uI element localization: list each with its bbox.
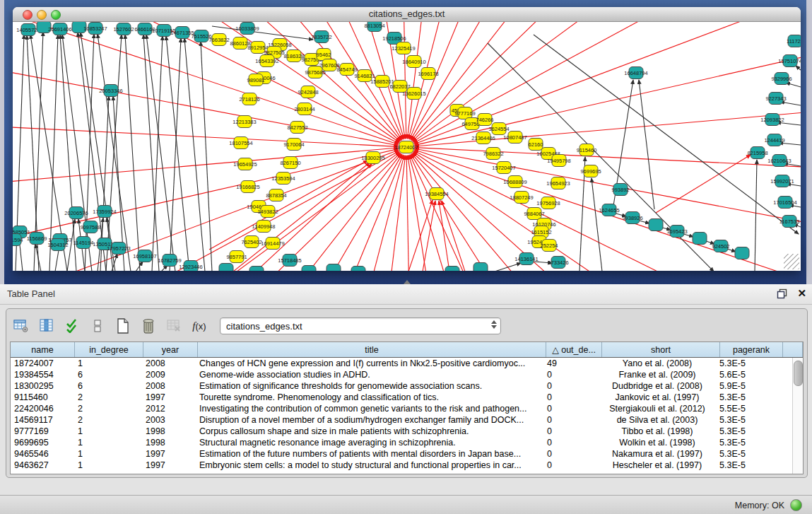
table-scrollbar[interactable] bbox=[792, 358, 803, 474]
graph-node-label: 16914479 bbox=[261, 240, 284, 247]
splitter-collapse-handle[interactable] bbox=[404, 280, 411, 284]
graph-node[interactable] bbox=[326, 264, 341, 271]
graph-node-label: 7625402 bbox=[241, 239, 261, 245]
cell-year: 1997 bbox=[142, 449, 196, 459]
graph-edge-black[interactable] bbox=[777, 122, 801, 125]
memory-indicator-light[interactable] bbox=[790, 499, 802, 511]
cell-out_de...: 0 bbox=[543, 449, 599, 459]
graph-edge-red[interactable] bbox=[408, 22, 620, 139]
graph-node[interactable] bbox=[693, 233, 707, 245]
select-rows-icon[interactable] bbox=[63, 317, 81, 335]
graph-edge-red[interactable] bbox=[442, 201, 465, 271]
graph-node-label: 989081 bbox=[247, 77, 264, 83]
graph-node[interactable] bbox=[249, 267, 264, 271]
graph-edge-black[interactable] bbox=[592, 178, 602, 271]
graph-node[interactable] bbox=[473, 263, 488, 271]
graph-node[interactable] bbox=[219, 264, 233, 271]
new-column-icon[interactable] bbox=[114, 317, 132, 335]
table-row[interactable]: 977716911998Corpus callosum shape and si… bbox=[11, 426, 793, 437]
graph-node-label: 16958107 bbox=[133, 253, 156, 259]
column-header-in_degree[interactable]: in_degree bbox=[75, 342, 143, 357]
float-window-icon[interactable] bbox=[777, 288, 787, 299]
cell-title: Investigating the contribution of common… bbox=[196, 404, 543, 414]
graph-edge-black[interactable] bbox=[534, 35, 799, 234]
graph-edge-red[interactable] bbox=[192, 156, 404, 271]
graph-edge-black[interactable] bbox=[755, 160, 757, 271]
column-header-short[interactable]: short bbox=[602, 342, 720, 357]
table-row[interactable]: 946362711997Embryonic stem cells: a mode… bbox=[11, 460, 793, 471]
graph-edge-red[interactable] bbox=[233, 163, 370, 271]
graph-edge-black[interactable] bbox=[495, 263, 521, 271]
graph-node-label: 16782759 bbox=[158, 257, 181, 264]
column-header-title[interactable]: title bbox=[198, 342, 546, 357]
graph-edge-black[interactable] bbox=[143, 35, 159, 271]
graph-node[interactable] bbox=[445, 267, 459, 271]
cell-year: 2012 bbox=[142, 404, 196, 414]
cell-short: Tibbo et al. (1998) bbox=[599, 426, 716, 436]
graph-node[interactable] bbox=[302, 266, 316, 271]
table-row[interactable]: 1456911722003Disruption of a novel membe… bbox=[11, 414, 793, 426]
graph-node-label: 6822037 bbox=[389, 83, 410, 90]
graph-edge-black[interactable] bbox=[106, 35, 122, 271]
graph-edge-black[interactable] bbox=[201, 42, 212, 271]
table-scrollbar-thumb[interactable] bbox=[794, 361, 803, 386]
table-row[interactable]: 969969511998Structural magnetic resonanc… bbox=[11, 437, 793, 448]
graph-node-label: 18300295 bbox=[361, 155, 384, 161]
table-selector-dropdown[interactable]: citations_edges.txt bbox=[220, 317, 501, 334]
cell-out_de...: 0 bbox=[543, 460, 599, 470]
table-row[interactable]: 1830029562008Estimation of significance … bbox=[11, 380, 793, 392]
row-mode-icon[interactable] bbox=[88, 317, 107, 335]
graph-node[interactable] bbox=[351, 267, 365, 271]
graph-edge-black[interactable] bbox=[35, 244, 41, 271]
cell-pagerank: 5.5E-5 bbox=[716, 404, 778, 414]
graph-edge-black[interactable] bbox=[170, 38, 181, 271]
table-row[interactable]: 1872400712008Changes of HCN gene express… bbox=[11, 358, 793, 369]
graph-edge-black[interactable] bbox=[81, 33, 115, 271]
graph-edge-red[interactable] bbox=[656, 155, 751, 213]
graph-edge-black[interactable] bbox=[125, 35, 140, 271]
network-canvas[interactable]: 1405572420691406108532471527602646616010… bbox=[13, 22, 801, 271]
delete-table-icon[interactable] bbox=[165, 317, 183, 335]
graph-edge-red[interactable] bbox=[408, 156, 537, 271]
graph-node-label: 17016504 bbox=[773, 199, 796, 206]
close-panel-icon[interactable]: ✕ bbox=[797, 288, 806, 299]
graph-node-label: 2803144 bbox=[294, 106, 314, 112]
graph-node[interactable] bbox=[735, 247, 749, 259]
resize-grip[interactable] bbox=[784, 254, 799, 269]
status-bar: Memory: OK bbox=[0, 495, 812, 514]
column-header-name[interactable]: name bbox=[11, 342, 75, 357]
table-row[interactable]: 1938455462009Genome-wide association stu… bbox=[11, 369, 793, 380]
network-graph[interactable]: 1405572420691406108532471527602646616010… bbox=[13, 22, 801, 271]
cell-name: 9699695 bbox=[11, 438, 74, 448]
graph-node-label: 924502 bbox=[712, 243, 729, 250]
graph-edge-black[interactable] bbox=[780, 102, 801, 105]
cell-out_de...: 0 bbox=[543, 415, 599, 425]
column-header-pagerank[interactable]: pagerank bbox=[720, 342, 783, 357]
network-view-window[interactable]: citations_edges.txt 14055724206914061085… bbox=[13, 7, 801, 271]
graph-edge-red[interactable] bbox=[306, 156, 405, 271]
graph-edge-red[interactable] bbox=[415, 148, 801, 189]
column-header-out_de...[interactable]: △ out_de... bbox=[546, 342, 602, 357]
cell-in_degree: 1 bbox=[74, 438, 142, 448]
graph-node-label: 1615152 bbox=[531, 229, 551, 235]
graph-edge-black[interactable] bbox=[796, 66, 801, 70]
column-header-year[interactable]: year bbox=[143, 342, 198, 357]
graph-node[interactable] bbox=[649, 219, 663, 231]
delete-column-icon[interactable] bbox=[139, 317, 158, 335]
cell-out_de...: 0 bbox=[543, 426, 599, 436]
column-header-filler[interactable] bbox=[783, 342, 803, 357]
cell-title: Tourette syndrome. Phenomenology and cla… bbox=[196, 392, 543, 402]
table-row[interactable]: 946554611997Estimation of the future num… bbox=[11, 448, 793, 460]
node-table: namein_degreeyeartitle△ out_de...shortpa… bbox=[10, 341, 804, 474]
show-columns-icon[interactable] bbox=[37, 317, 56, 335]
table-options-icon[interactable] bbox=[12, 317, 30, 335]
graph-node-label: 2718126 bbox=[239, 96, 259, 103]
network-window-titlebar[interactable]: citations_edges.txt bbox=[13, 7, 801, 22]
table-row[interactable]: 2242004622012Investigating the contribut… bbox=[11, 403, 793, 414]
graph-edge-red[interactable] bbox=[410, 22, 730, 139]
table-row[interactable]: 911546021997Tourette syndrome. Phenomeno… bbox=[11, 392, 793, 403]
function-builder-icon[interactable]: f(x) bbox=[190, 317, 208, 335]
graph-edge-black[interactable] bbox=[166, 36, 189, 271]
desktop-right-strip bbox=[806, 0, 812, 284]
graph-edge-black[interactable] bbox=[639, 80, 654, 209]
